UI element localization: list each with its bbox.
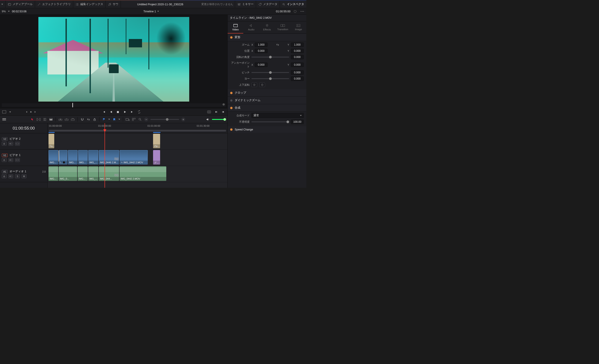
fit-percent[interactable]: 9% (2, 10, 6, 13)
section-dynzoom-header[interactable]: ダイナミックズーム (228, 97, 306, 104)
replace-button[interactable] (71, 118, 75, 121)
section-transform-toggle[interactable] (230, 36, 232, 39)
flip-h-button[interactable] (251, 83, 257, 87)
zoom-slider[interactable] (150, 119, 179, 120)
inspector-tab-image[interactable]: Image (291, 21, 306, 34)
marker-caret-icon[interactable] (118, 119, 120, 120)
insert-button[interactable] (58, 118, 62, 121)
effects-library-button[interactable]: エフェクトライブラリ (35, 1, 73, 8)
clip[interactable]: IMG_0... (59, 166, 77, 181)
snap-button[interactable] (80, 118, 84, 121)
playhead[interactable] (105, 123, 105, 188)
viewer-options-button[interactable] (300, 9, 305, 14)
scrub-knob[interactable] (72, 103, 73, 107)
position-lock-button[interactable] (93, 118, 97, 121)
zoom-out-button[interactable]: − (144, 118, 148, 121)
track-head-a1[interactable]: A1オーディオ 12.0 S M (0, 166, 47, 182)
metadata-button[interactable]: メタデータ (256, 1, 280, 8)
play-button[interactable] (123, 110, 127, 114)
marker-button[interactable] (112, 118, 116, 121)
section-speed-header[interactable]: Speed Change (228, 126, 306, 133)
workspace-caret-icon[interactable] (1, 4, 3, 5)
timeline-timecode[interactable]: 01:00:55:00 (0, 123, 47, 133)
in-point-marker[interactable] (59, 151, 59, 161)
clip[interactable]: IMG_044... (99, 166, 119, 181)
rotation-slider[interactable] (251, 57, 289, 58)
inspector-tab-effects[interactable]: Effects (259, 21, 275, 34)
track-head-v1[interactable]: V1ビデオ 1 (0, 150, 47, 166)
zoom-x-input[interactable]: 1.000 (255, 42, 267, 47)
a1-mute-button[interactable]: M (22, 174, 26, 178)
mute-button[interactable] (206, 118, 210, 121)
zoom-y-input[interactable]: 1.000 (291, 42, 304, 47)
link-button[interactable] (87, 118, 90, 121)
next-page-icon[interactable] (35, 111, 36, 113)
pos-x-input[interactable]: 0.000 (255, 49, 267, 53)
timeline-ruler[interactable]: 01:00:00:0001:00:30:0001:01:00:0001:01:3… (48, 123, 227, 133)
program-viewer[interactable] (0, 15, 227, 102)
section-transform-header[interactable]: 変形 (228, 34, 306, 41)
flag-button[interactable] (102, 118, 106, 121)
clip[interactable]: IMG_... (88, 166, 98, 181)
rotation-input[interactable]: 0.000 (291, 55, 304, 59)
inspector-tab-video[interactable]: Video (228, 21, 243, 34)
prev-edit-button[interactable] (221, 110, 225, 114)
clip[interactable]: Fa... (49, 134, 54, 148)
pos-y-input[interactable]: 0.000 (291, 49, 304, 53)
viewer-scrubber[interactable] (2, 103, 226, 107)
stacked-timeline-button[interactable] (2, 118, 6, 121)
overwrite-button[interactable] (65, 118, 69, 121)
v2-lock-button[interactable] (2, 142, 7, 146)
first-frame-button[interactable] (102, 110, 106, 114)
a1-chip[interactable]: A1 (2, 170, 8, 173)
clip[interactable]: IMG... (78, 150, 88, 165)
match-frame-button[interactable] (207, 110, 211, 114)
fit-caret-icon[interactable] (8, 11, 10, 12)
anchor-x-input[interactable]: 0.000 (255, 63, 267, 67)
media-pool-button[interactable]: メディアプール (6, 1, 35, 8)
yaw-input[interactable]: 0.000 (291, 76, 304, 81)
opacity-slider[interactable] (251, 121, 289, 122)
mix-view-button[interactable] (132, 118, 136, 121)
flag-caret-icon[interactable] (108, 119, 110, 120)
zoom-thumb[interactable] (166, 118, 168, 121)
track-head-v2[interactable]: V2ビデオ 2 (0, 133, 47, 150)
blend-mode-select[interactable]: 通常 (251, 113, 304, 118)
clip[interactable]: IMG... (49, 166, 58, 181)
v2-enable-button[interactable] (15, 142, 20, 146)
clip[interactable]: IMG_0442 2.MOV (120, 166, 166, 181)
last-frame-button[interactable] (130, 110, 134, 114)
anchor-y-input[interactable]: 0.000 (291, 63, 304, 67)
clip[interactable]: IMG_0446 2.M... (99, 150, 119, 165)
v2-auto-select-button[interactable] (8, 142, 13, 146)
clip[interactable]: グ... (153, 150, 160, 165)
sound-library-button[interactable]: サウ (106, 1, 121, 8)
section-dynzoom-toggle[interactable] (230, 99, 232, 102)
v1-enable-button[interactable] (15, 158, 20, 162)
pitch-slider[interactable] (251, 72, 289, 73)
bypass-color-button[interactable] (293, 9, 298, 14)
clip[interactable]: IMG_... (88, 150, 98, 165)
track-a1[interactable]: IMG...IMG_0...IMG...IMG_...IMG_044...IMG… (48, 166, 227, 182)
arrow-tool[interactable] (30, 118, 35, 121)
timeline-name-dropdown[interactable]: Timeline 1 (29, 10, 274, 13)
clip[interactable]: IMG_0442 2.MOV (120, 150, 148, 165)
source-timecode[interactable]: 00:02:53:06 (12, 10, 26, 13)
volume-thumb[interactable] (223, 118, 226, 121)
v1-chip[interactable]: V1 (2, 153, 8, 157)
a1-auto-select-button[interactable] (8, 174, 13, 178)
clip[interactable]: IMG... (68, 150, 78, 165)
prev-page-icon[interactable] (26, 111, 27, 113)
section-crop-toggle[interactable] (230, 92, 232, 94)
a1-lock-button[interactable] (2, 174, 7, 178)
track-v1[interactable]: IMG...I... IMG...IMG...IMG_...IMG_0446 2… (48, 150, 227, 166)
track-v2[interactable]: Fa...Zip... (48, 133, 227, 150)
pitch-input[interactable]: 0.000 (291, 70, 304, 75)
loop-button[interactable] (137, 110, 141, 114)
inspector-button[interactable]: インスペクタ (280, 1, 306, 8)
play-reverse-button[interactable] (109, 110, 113, 114)
next-edit-button[interactable] (214, 110, 218, 114)
v2-chip[interactable]: V2 (2, 137, 8, 141)
clip[interactable]: Zip... (153, 134, 160, 148)
safe-area-button[interactable] (2, 110, 6, 114)
